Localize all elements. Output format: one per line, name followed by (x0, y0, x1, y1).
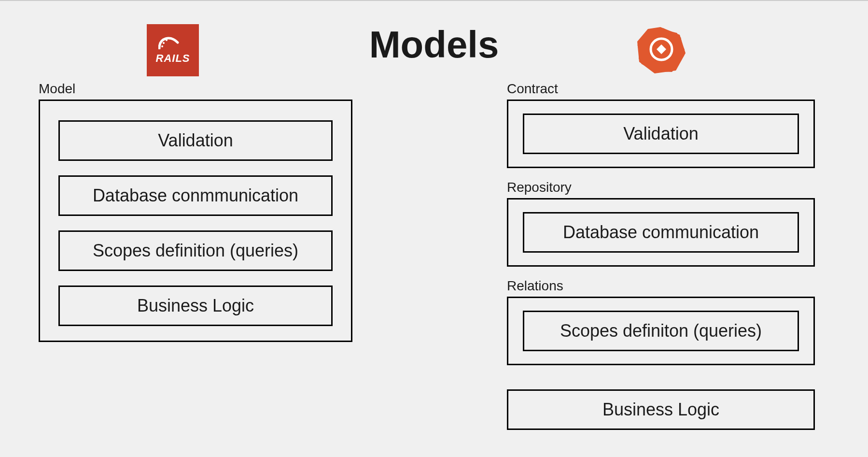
relations-group-box: Scopes definiton (queries) (507, 297, 815, 365)
repository-group-label: Repository (507, 180, 815, 195)
hanami-logo-icon (631, 24, 689, 79)
relations-group-label: Relations (507, 278, 815, 294)
contract-group-label: Contract (507, 81, 815, 97)
comparison-columns: Model Validation Database conmmunication… (0, 81, 868, 430)
model-item-validation: Validation (58, 120, 333, 161)
svg-point-3 (169, 38, 171, 40)
svg-point-2 (166, 39, 168, 41)
svg-point-4 (173, 39, 175, 41)
model-item-database: Database conmmunication (58, 175, 333, 216)
repository-group-box: Database communication (507, 198, 815, 267)
standalone-business-logic: Business Logic (507, 389, 815, 430)
model-group-label: Model (39, 81, 352, 97)
svg-point-1 (163, 42, 165, 44)
header: RAILS Models (0, 1, 868, 67)
hanami-column: Contract Validation Repository Database … (507, 81, 815, 430)
repository-item-database: Database communication (523, 212, 799, 253)
relations-item-scopes: Scopes definiton (queries) (523, 311, 799, 351)
model-group-box: Validation Database conmmunication Scope… (39, 100, 352, 342)
contract-group-box: Validation (507, 100, 815, 168)
svg-point-0 (161, 45, 163, 47)
contract-item-validation: Validation (523, 114, 799, 154)
rails-logo-icon: RAILS (147, 24, 199, 76)
model-item-scopes: Scopes definition (queries) (58, 230, 333, 271)
model-item-business-logic: Business Logic (58, 286, 333, 326)
rails-column: Model Validation Database conmmunication… (39, 81, 352, 430)
rails-logo-text: RAILS (156, 52, 190, 65)
page-title: Models (369, 23, 499, 67)
